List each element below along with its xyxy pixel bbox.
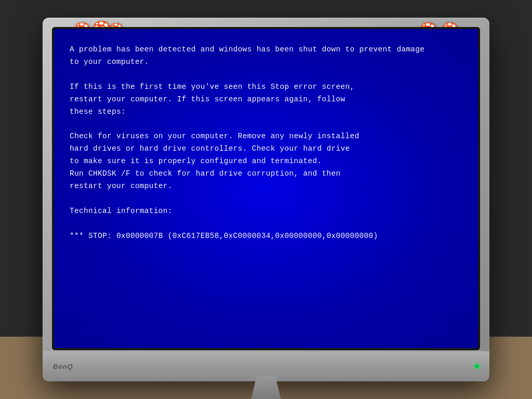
bsod-screen: A problem has been detected and windows … xyxy=(54,29,478,348)
monitor-brand-label: BenQ xyxy=(53,363,73,370)
power-led xyxy=(475,364,479,368)
bsod-content: A problem has been detected and windows … xyxy=(70,44,462,243)
monitor: 🍄 🍄 🍄 🍄 🍄 A problem has been detected an… xyxy=(43,18,489,381)
monitor-bezel: A problem has been detected and windows … xyxy=(52,27,480,350)
